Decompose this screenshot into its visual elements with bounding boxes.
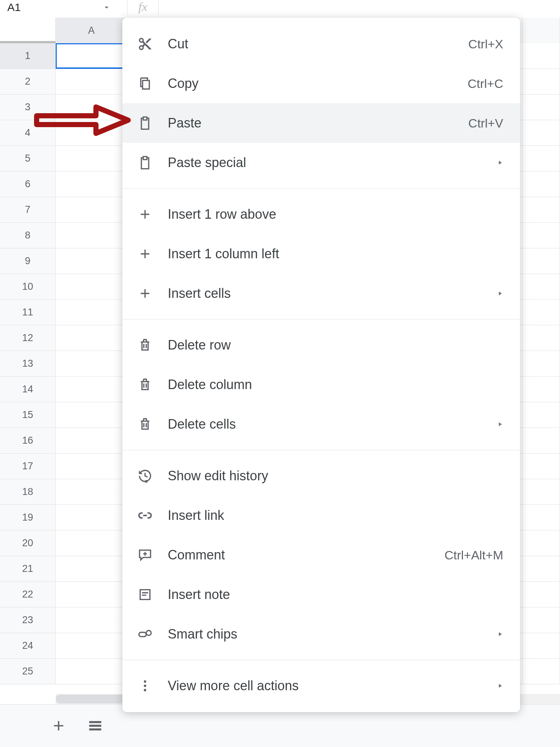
column-header-C[interactable]: C: [523, 18, 560, 43]
column-header-A[interactable]: A: [56, 18, 127, 43]
cell-C15[interactable]: [523, 402, 560, 428]
cell-C14[interactable]: [523, 377, 560, 402]
select-all-corner[interactable]: [0, 18, 56, 43]
menu-item-paste-special[interactable]: Paste special: [122, 143, 520, 182]
cell-A11[interactable]: [56, 300, 127, 325]
menu-item-delete-row[interactable]: Delete row: [122, 325, 520, 365]
cell-C6[interactable]: [523, 171, 560, 197]
cell-A20[interactable]: [56, 530, 127, 556]
cell-A16[interactable]: [56, 428, 127, 454]
menu-item-edit-history[interactable]: Show edit history: [122, 456, 520, 496]
cell-C7[interactable]: [523, 197, 560, 223]
cell-A5[interactable]: [56, 146, 127, 171]
add-sheet-button[interactable]: [40, 707, 77, 744]
menu-item-more-actions[interactable]: View more cell actions: [122, 666, 520, 706]
row-header-16[interactable]: 16: [0, 428, 56, 454]
cell-A9[interactable]: [56, 248, 127, 274]
cell-A24[interactable]: [56, 633, 127, 659]
cell-A14[interactable]: [56, 377, 127, 402]
row-header-9[interactable]: 9: [0, 248, 56, 274]
cell-A1[interactable]: [56, 43, 127, 69]
submenu-arrow-icon: [497, 159, 503, 166]
row-header-24[interactable]: 24: [0, 633, 56, 659]
all-sheets-button[interactable]: [77, 707, 114, 744]
row-header-18[interactable]: 18: [0, 479, 56, 505]
menu-item-cut[interactable]: CutCtrl+X: [122, 24, 520, 64]
row-header-4[interactable]: 4: [0, 120, 56, 146]
row-header-14[interactable]: 14: [0, 377, 56, 402]
cell-A2[interactable]: [56, 69, 127, 95]
row-header-3[interactable]: 3: [0, 95, 56, 120]
row-header-15[interactable]: 15: [0, 402, 56, 428]
cell-C17[interactable]: [523, 454, 560, 479]
row-header-7[interactable]: 7: [0, 197, 56, 223]
cell-A8[interactable]: [56, 223, 127, 248]
cell-A7[interactable]: [56, 197, 127, 223]
menu-item-comment[interactable]: CommentCtrl+Alt+M: [122, 535, 520, 575]
cell-A19[interactable]: [56, 505, 127, 530]
row-header-25[interactable]: 25: [0, 659, 56, 684]
row-header-10[interactable]: 10: [0, 274, 56, 300]
cell-C4[interactable]: [523, 120, 560, 146]
row-header-13[interactable]: 13: [0, 351, 56, 377]
cell-C19[interactable]: [523, 505, 560, 530]
menu-item-paste[interactable]: PasteCtrl+V: [122, 103, 520, 143]
cell-A10[interactable]: [56, 274, 127, 300]
menu-item-insert-cells[interactable]: Insert cells: [122, 274, 520, 313]
row-header-22[interactable]: 22: [0, 582, 56, 607]
menu-item-insert-col-left[interactable]: Insert 1 column left: [122, 234, 520, 274]
cell-A6[interactable]: [56, 171, 127, 197]
cell-C20[interactable]: [523, 530, 560, 556]
menu-item-insert-row-above[interactable]: Insert 1 row above: [122, 195, 520, 234]
cell-A12[interactable]: [56, 325, 127, 351]
menu-item-smart-chips[interactable]: Smart chips: [122, 614, 520, 654]
cell-C11[interactable]: [523, 300, 560, 325]
row-header-6[interactable]: 6: [0, 171, 56, 197]
cell-C1[interactable]: [523, 43, 560, 69]
cell-A3[interactable]: [56, 95, 127, 120]
cell-A13[interactable]: [56, 351, 127, 377]
row-header-17[interactable]: 17: [0, 454, 56, 479]
row-header-21[interactable]: 21: [0, 556, 56, 582]
row-header-23[interactable]: 23: [0, 607, 56, 633]
cell-A25[interactable]: [56, 659, 127, 684]
cell-A18[interactable]: [56, 479, 127, 505]
cell-C2[interactable]: [523, 69, 560, 95]
cell-C3[interactable]: [523, 95, 560, 120]
cell-C25[interactable]: [523, 659, 560, 684]
cell-C10[interactable]: [523, 274, 560, 300]
row-header-8[interactable]: 8: [0, 223, 56, 248]
cell-A22[interactable]: [56, 582, 127, 607]
row-header-19[interactable]: 19: [0, 505, 56, 530]
menu-item-insert-link[interactable]: Insert link: [122, 496, 520, 535]
cell-C23[interactable]: [523, 607, 560, 633]
name-box[interactable]: A1: [0, 0, 119, 15]
menu-item-label: View more cell actions: [168, 678, 497, 694]
cell-A23[interactable]: [56, 607, 127, 633]
cell-C13[interactable]: [523, 351, 560, 377]
cell-C8[interactable]: [523, 223, 560, 248]
menu-item-delete-col[interactable]: Delete column: [122, 365, 520, 404]
row-header-12[interactable]: 12: [0, 325, 56, 351]
name-box-dropdown-icon[interactable]: [102, 3, 111, 12]
cell-C12[interactable]: [523, 325, 560, 351]
cell-A17[interactable]: [56, 454, 127, 479]
row-header-2[interactable]: 2: [0, 69, 56, 95]
row-header-11[interactable]: 11: [0, 300, 56, 325]
cell-C9[interactable]: [523, 248, 560, 274]
cell-C5[interactable]: [523, 146, 560, 171]
cell-C22[interactable]: [523, 582, 560, 607]
cell-A21[interactable]: [56, 556, 127, 582]
menu-item-insert-note[interactable]: Insert note: [122, 575, 520, 614]
menu-item-copy[interactable]: CopyCtrl+C: [122, 64, 520, 103]
menu-item-delete-cells[interactable]: Delete cells: [122, 404, 520, 444]
cell-C16[interactable]: [523, 428, 560, 454]
row-header-1[interactable]: 1: [0, 43, 56, 69]
cell-C24[interactable]: [523, 633, 560, 659]
cell-A4[interactable]: [56, 120, 127, 146]
row-header-20[interactable]: 20: [0, 530, 56, 556]
cell-A15[interactable]: [56, 402, 127, 428]
cell-C21[interactable]: [523, 556, 560, 582]
cell-C18[interactable]: [523, 479, 560, 505]
row-header-5[interactable]: 5: [0, 146, 56, 171]
